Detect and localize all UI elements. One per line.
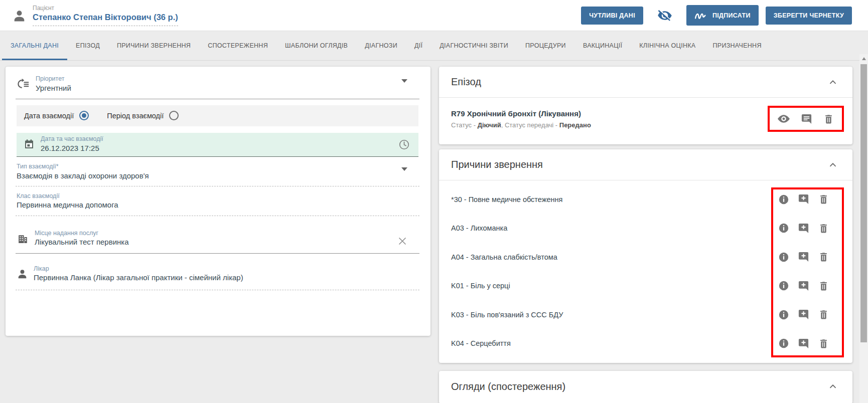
delete-reason-icon[interactable] [818, 280, 829, 292]
transfer-value: Передано [559, 121, 591, 129]
signature-icon [694, 11, 708, 20]
tab-bar: ЗАГАЛЬНІ ДАНІ ЕПІЗОД ПРИЧИНИ ЗВЕРНЕННЯ С… [0, 31, 868, 61]
interaction-type-field[interactable]: Тип взаємодії* Взаємодія в закладі охоро… [16, 157, 419, 186]
add-comment-icon[interactable] [798, 309, 809, 320]
top-bar: Пацієнт Степанко Степан Вікторович (36 р… [0, 0, 868, 31]
tab-actions[interactable]: ДІЇ [406, 31, 431, 60]
delete-reason-icon[interactable] [818, 309, 829, 320]
episode-item-name: R79 Хронічний бронхіт [451, 109, 536, 118]
comment-episode-button[interactable] [801, 113, 812, 125]
highlight-box-episode [768, 106, 844, 132]
collapse-reasons-button[interactable] [826, 158, 839, 171]
episode-item-status: Статус - Діючий, Статус передачі - Перед… [451, 121, 591, 129]
episode-card-header: Епізод [439, 67, 852, 98]
reason-row: K04 - Серцебиття [451, 329, 852, 358]
tab-episode[interactable]: ЕПІЗОД [67, 31, 108, 60]
sensitive-data-button[interactable]: ЧУТЛИВІ ДАНІ [581, 7, 643, 25]
info-icon[interactable] [778, 309, 789, 320]
save-draft-label: ЗБЕРЕГТИ ЧЕРНЕТКУ [774, 12, 844, 19]
delete-reason-icon[interactable] [818, 223, 829, 234]
collapse-observations-button[interactable] [826, 380, 839, 393]
interaction-form-card: Пріоритет Ургентний Дата взаємодії Періо… [6, 67, 430, 336]
datetime-value: 26.12.2023 17:25 [41, 143, 103, 153]
tab-general-data[interactable]: ЗАГАЛЬНІ ДАНІ [2, 31, 67, 60]
priority-value: Ургентний [36, 83, 71, 93]
doctor-label: Лікар [34, 265, 243, 273]
interaction-type-label: Тип взаємодії* [17, 163, 418, 171]
tab-procedures[interactable]: ПРОЦЕДУРИ [517, 31, 574, 60]
patient-avatar-icon [12, 9, 27, 23]
place-of-service-label: Місце надання послуг [35, 230, 129, 238]
doctor-value: Первинна Ланка (Лікар загальної практики… [34, 273, 243, 283]
sign-button-label: ПІДПИСАТИ [712, 12, 751, 19]
chevron-down-icon[interactable] [401, 83, 407, 92]
reason-text: A03 - Лихоманка [451, 224, 507, 232]
delete-reason-icon[interactable] [818, 338, 829, 349]
vertical-scrollbar[interactable] [859, 54, 868, 403]
datetime-field[interactable]: Дата та час взаємодії 26.12.2023 17:25 [17, 133, 418, 157]
right-column: Епізод R79 Хронічний бронхіт(Лікування) … [439, 67, 852, 403]
interaction-class-value: Первинна медична допомога [17, 200, 418, 210]
add-comment-icon[interactable] [798, 338, 809, 349]
reason-row: A04 - Загальна слабкість/втома [451, 243, 852, 272]
tab-vaccinations[interactable]: ВАКЦИНАЦІЇ [574, 31, 631, 60]
radio-selected-icon[interactable] [79, 111, 89, 120]
visibility-off-icon[interactable] [657, 8, 672, 23]
info-icon[interactable] [778, 194, 789, 205]
status-value: Діючий [478, 121, 501, 129]
priority-icon [17, 77, 30, 91]
info-icon[interactable] [778, 223, 789, 234]
date-radio-label: Дата взаємодії [24, 112, 74, 120]
reason-row: K03 - Біль пов'язаний з ССС БДУ [451, 300, 852, 329]
doctor-field[interactable]: Лікар Первинна Ланка (Лікар загальної пр… [16, 259, 419, 291]
delete-episode-button[interactable] [823, 113, 834, 125]
tab-exam-templates[interactable]: ШАБЛОНИ ОГЛЯДІВ [276, 31, 356, 60]
visit-reasons-card: Причини звернення *30 - Повне медичне об… [439, 149, 852, 363]
tab-clinical-assessment[interactable]: КЛІНІЧНА ОЦІНКА [631, 31, 704, 60]
status-label: Статус - [451, 121, 478, 129]
tab-diagnostic-reports[interactable]: ДІАГНОСТИЧНІ ЗВІТИ [431, 31, 517, 60]
scrollbar-thumb[interactable] [860, 64, 867, 342]
close-icon[interactable] [396, 235, 408, 247]
chevron-down-icon[interactable] [401, 171, 407, 180]
reason-row: *30 - Повне медичне обстеження [451, 185, 852, 214]
interaction-class-label: Клас взаємодії [17, 192, 418, 200]
tab-visit-reasons[interactable]: ПРИЧИНИ ЗВЕРНЕННЯ [108, 31, 199, 60]
add-comment-icon[interactable] [798, 280, 809, 292]
radio-unselected-icon[interactable] [169, 111, 179, 120]
observations-title: Огляди (спостереження) [451, 381, 565, 392]
reasons-list: *30 - Повне медичне обстеження A03 - Лих… [439, 180, 852, 358]
episode-item: R79 Хронічний бронхіт(Лікування) Статус … [439, 98, 852, 132]
info-icon[interactable] [778, 280, 789, 291]
clock-icon[interactable] [398, 138, 410, 151]
save-draft-button[interactable]: ЗБЕРЕГТИ ЧЕРНЕТКУ [766, 7, 852, 25]
tab-observations[interactable]: СПОСТЕРЕЖЕННЯ [199, 31, 276, 60]
tab-diagnoses[interactable]: ДІАГНОЗИ [356, 31, 406, 60]
view-episode-button[interactable] [777, 112, 790, 125]
calendar-icon [23, 138, 35, 150]
add-comment-icon[interactable] [798, 193, 809, 205]
info-icon[interactable] [778, 338, 789, 349]
delete-reason-icon[interactable] [818, 193, 829, 205]
episode-item-title: R79 Хронічний бронхіт(Лікування) [451, 109, 591, 118]
place-of-service-value: Лікувальний тест первинка [35, 237, 129, 247]
sign-button[interactable]: ПІДПИСАТИ [686, 5, 759, 26]
interaction-type-value: Взаємодія в закладі охорони здоров'я [17, 171, 418, 181]
priority-field[interactable]: Пріоритет Ургентний [16, 72, 419, 99]
reason-row: A03 - Лихоманка [451, 214, 852, 243]
info-icon[interactable] [778, 252, 789, 263]
tab-prescriptions[interactable]: ПРИЗНАЧЕННЯ [704, 31, 770, 60]
period-radio-option[interactable]: Період взаємодії [107, 111, 179, 120]
delete-reason-icon[interactable] [818, 251, 829, 263]
reason-row: K01 - Біль у серці [451, 272, 852, 301]
datetime-label: Дата та час взаємодії [41, 135, 103, 143]
add-comment-icon[interactable] [798, 223, 809, 234]
place-of-service-field[interactable]: Місце надання послуг Лікувальний тест пе… [16, 223, 419, 254]
patient-name-link[interactable]: Степанко Степан Вікторович (36 р.) [33, 13, 178, 26]
scrollbar-up-arrow[interactable] [859, 54, 868, 63]
add-comment-icon[interactable] [798, 251, 809, 263]
main-content: Пріоритет Ургентний Дата взаємодії Періо… [6, 61, 852, 403]
sensitive-data-label: ЧУТЛИВІ ДАНІ [589, 12, 635, 19]
date-radio-option[interactable]: Дата взаємодії [24, 111, 89, 120]
collapse-episode-button[interactable] [826, 76, 839, 89]
